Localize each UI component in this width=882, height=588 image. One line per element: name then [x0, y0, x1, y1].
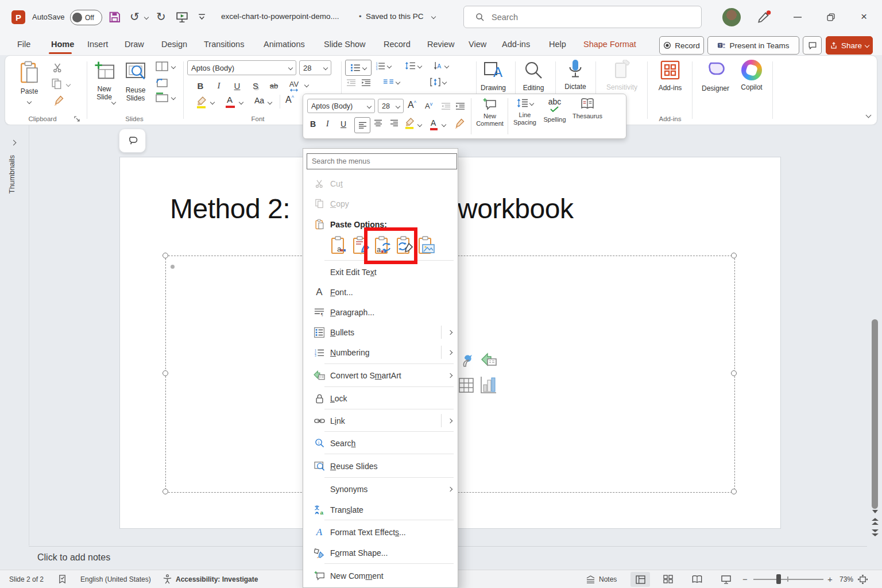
accessibility-status[interactable]: Accessibility: Investigate [176, 570, 258, 588]
increase-indent-button[interactable] [361, 79, 371, 87]
paste-picture-icon[interactable] [417, 236, 435, 254]
dictate-button[interactable]: Dictate [561, 59, 590, 91]
highlight-color-button[interactable] [196, 96, 207, 109]
tab-design[interactable]: Design [159, 34, 189, 54]
menu-item-search[interactable]: i Search [304, 433, 458, 453]
menu-item-font[interactable]: A Font... [304, 282, 458, 302]
font-size-combo[interactable]: 28 [299, 60, 331, 75]
mini-underline-button[interactable]: U [341, 119, 346, 129]
sensitivity-button[interactable]: Sensitivity [605, 60, 639, 91]
resize-handle[interactable] [731, 489, 737, 494]
customize-quick-access-icon[interactable] [198, 14, 206, 21]
menu-item-translate[interactable]: a Translate [304, 500, 458, 520]
mini-font-size-combo[interactable]: 28 [378, 99, 404, 113]
section-dropdown-icon[interactable] [171, 95, 176, 100]
language-status[interactable]: English (United States) [80, 570, 151, 588]
menu-item-convert-to-smartart[interactable]: Convert to SmartArt [304, 365, 458, 385]
zoom-slider-track[interactable] [753, 579, 823, 580]
tab-shape-format[interactable]: Shape Format [581, 34, 639, 54]
paste-button[interactable]: Paste [16, 60, 43, 111]
clipboard-dialog-launcher-icon[interactable] [74, 116, 80, 122]
undo-dropdown-icon[interactable] [144, 15, 149, 20]
undo-icon[interactable]: ↺ [130, 10, 140, 24]
text-shadow-button[interactable]: S [250, 80, 261, 91]
menu-item-copy[interactable]: Copy [304, 194, 458, 214]
menu-item-format-shape[interactable]: Format Shape... [304, 543, 458, 563]
reset-slide-button[interactable] [156, 78, 168, 88]
mini-format-painter-button[interactable] [454, 118, 465, 129]
underline-button[interactable]: U [231, 80, 243, 91]
saved-status[interactable]: Saved to this PC [366, 12, 424, 21]
mini-highlight-dropdown-icon[interactable] [417, 122, 422, 127]
slide-sorter-view-button[interactable] [663, 570, 673, 588]
present-in-teams-button[interactable]: T Present in Teams [707, 36, 799, 55]
font-name-combo[interactable]: Aptos (Body) [187, 60, 296, 75]
numbering-button[interactable]: 123 [375, 61, 391, 71]
record-button[interactable]: Record [659, 36, 704, 55]
resize-handle[interactable] [163, 253, 168, 258]
tab-file[interactable]: File [15, 34, 33, 54]
resize-handle[interactable] [731, 370, 737, 376]
mini-align-center-button[interactable] [374, 119, 382, 127]
copilot-button[interactable]: Copilot [736, 60, 768, 91]
menu-item-lock[interactable]: Lock [304, 388, 458, 408]
tab-review[interactable]: Review [425, 34, 457, 54]
tab-animations[interactable]: Animations [261, 34, 307, 54]
menu-item-link[interactable]: Link [304, 411, 458, 431]
tab-home[interactable]: Home [49, 34, 76, 54]
menu-item-format-text-effects[interactable]: A Format Text Effects... [304, 522, 458, 542]
designer-button[interactable]: Designer [697, 59, 734, 92]
comments-button[interactable] [803, 36, 822, 55]
mini-font-color-button[interactable]: A [431, 118, 436, 127]
highlight-dropdown-icon[interactable] [210, 100, 215, 105]
bold-button[interactable]: B [195, 80, 206, 91]
mini-align-left-button[interactable] [354, 117, 370, 133]
cut-icon[interactable] [52, 63, 63, 73]
mini-bold-button[interactable]: B [310, 119, 316, 129]
character-spacing-dropdown-icon[interactable] [304, 83, 309, 87]
mini-thesaurus-button[interactable]: Thesaurus [570, 96, 605, 120]
slide-title-right[interactable]: workbook [458, 193, 573, 225]
decrease-indent-button[interactable] [346, 79, 356, 87]
saved-status-dropdown-icon[interactable] [431, 14, 436, 19]
insert-smartart-icon[interactable] [480, 351, 497, 369]
tab-add-ins[interactable]: Add-ins [500, 34, 532, 54]
italic-button[interactable]: I [213, 80, 225, 91]
share-button[interactable]: Share [826, 36, 873, 55]
font-color-dropdown-icon[interactable] [239, 100, 243, 105]
redo-icon[interactable]: ↻ [156, 10, 166, 24]
section-button[interactable] [156, 92, 168, 103]
menu-item-bullets[interactable]: Bullets [304, 322, 458, 342]
search-input[interactable] [490, 12, 682, 22]
restore-button[interactable] [827, 13, 835, 21]
mini-increase-indent-button[interactable] [455, 102, 465, 110]
menu-search-input[interactable] [307, 153, 457, 169]
tab-transitions[interactable]: Transitions [202, 34, 246, 54]
mini-decrease-font-button[interactable]: Av [425, 101, 432, 110]
normal-view-button[interactable] [630, 572, 650, 587]
slide-title-left[interactable]: Method 2: [170, 193, 290, 225]
character-spacing-button[interactable]: AV [287, 79, 301, 92]
zoom-slider-thumb[interactable] [776, 574, 781, 584]
mini-spelling-button[interactable]: abc Spelling [541, 96, 568, 123]
insert-table-icon[interactable] [458, 377, 474, 394]
tab-draw[interactable]: Draw [122, 34, 146, 54]
powerpoint-app-icon[interactable]: P [11, 10, 25, 24]
accessibility-icon[interactable] [163, 570, 172, 588]
vertical-scrollbar-thumb[interactable] [872, 319, 878, 509]
mini-decrease-indent-button[interactable] [441, 102, 451, 110]
thumbnails-pane-label[interactable]: Thumbnails [7, 155, 16, 194]
insert-chart-icon[interactable] [480, 376, 496, 394]
text-direction-button[interactable]: A [432, 61, 448, 71]
notes-placeholder[interactable]: Click to add notes [37, 552, 110, 563]
save-icon[interactable] [109, 11, 121, 23]
addins-button[interactable]: Add-ins [655, 60, 685, 92]
collapse-ribbon-icon[interactable] [866, 113, 872, 118]
mini-new-comment-button[interactable]: New Comment [473, 96, 506, 127]
resize-handle[interactable] [163, 370, 168, 376]
resize-handle[interactable] [731, 253, 737, 258]
zoom-out-button[interactable]: − [742, 570, 748, 588]
columns-button[interactable] [383, 79, 400, 86]
slide-copilot-button[interactable] [119, 129, 146, 153]
mini-font-color-dropdown-icon[interactable] [442, 122, 446, 127]
